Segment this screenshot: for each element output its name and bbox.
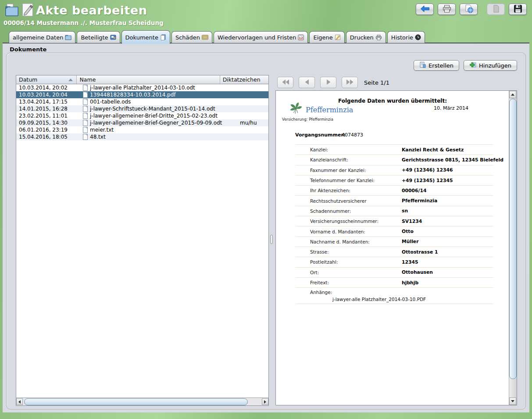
previous-page-icon [303,79,311,86]
publish-button[interactable] [460,4,478,15]
table-row[interactable]: 09.09.2015, 14:30 j-lawyer-allgemeiner-B… [16,119,268,126]
arrow-down-icon [511,400,514,402]
tab-label: allgemeine Daten [13,34,63,41]
tab-label: Historie [391,34,413,41]
previous-page-button[interactable] [299,77,315,88]
tab-label: Eigene [313,34,332,41]
document-globe-icon [464,4,474,14]
tab-schaeden[interactable]: Schäden [171,31,212,43]
tab-eigene[interactable]: Eigene [309,31,344,43]
column-label: Name [79,76,96,83]
tab-bar: allgemeine Daten Beteiligte Dokumente Sc… [9,30,425,43]
pdf-field-row: Ort:Ottohausen [295,267,493,277]
next-page-button[interactable] [320,77,336,88]
table-row[interactable]: 06.01.2016, 23:19 meier.txt [16,126,268,133]
column-label: Diktatzeichen [223,76,261,83]
reference-number-row: Vorgangsnummer: 4074873 [295,132,363,138]
attachment-name: j-lawyer-alle Platzhalter_2014-03-10.PDF [332,297,426,302]
tab-label: Beteiligte [81,34,108,41]
tab-wiedervorlagen-und-fristen[interactable]: Wiedervorlagen und Fristen 12 [214,31,308,43]
split-pane-divider[interactable] [269,75,275,406]
pdf-field-row: Kanzleianschrift:Gerichtsstrasse 0815, 1… [295,154,493,165]
arrow-right-icon [264,400,266,404]
scroll-left-button[interactable] [16,398,23,405]
file-icon [83,120,88,126]
file-icon [83,92,88,98]
pdf-field-row: Freitext:hjbhjb [295,277,493,287]
splitter-grip[interactable] [270,235,273,244]
contacts-icon [110,34,116,40]
file-icon [83,134,88,140]
document-button-disabled[interactable] [487,4,505,15]
hinzufuegen-button[interactable]: Hinzufügen [464,60,517,71]
pdf-field-row: Vorname d. Mandanten:Otto [295,226,493,236]
pdf-viewport: Folgende Daten wurden übermittelt: 10. M… [275,90,517,405]
edit-document-icon [21,3,35,18]
print-icon [442,5,452,14]
tab-label: Dokumente [125,34,158,41]
column-header-name[interactable]: Name [77,75,220,84]
erstellen-button[interactable]: Erstellen [414,60,459,71]
print-button[interactable] [438,4,456,15]
printer-icon [375,35,382,40]
last-page-icon [346,79,354,86]
page-indicator: Seite 1/1 [364,79,389,86]
folder-icon [65,34,71,40]
table-body: 10.03.2014, 20:02 j-lawyer-alle Platzhal… [16,84,268,140]
pdf-field-table: Kanzlei:Kanzlei Recht & Gesetz Kanzleian… [295,144,493,304]
pdf-attachments-row: Anhänge: j-lawyer-alle Platzhalter_2014-… [295,287,493,304]
horizontal-scrollbar-thumb[interactable] [24,398,248,405]
tab-allgemeine-daten[interactable]: allgemeine Daten [9,31,75,43]
pfefferminzia-logo: Pfefferminzia [289,102,353,117]
pdf-field-row: Postleitzahl:12345 [295,257,493,267]
table-row[interactable]: 15.04.2016, 18:05 48.txt [16,133,268,140]
document-icon [492,4,500,14]
column-header-datum[interactable]: Datum [16,75,77,84]
file-icon [83,127,88,133]
pdf-field-row: Faxnummer der Kanzlei:+49 (12346) 12346 [295,165,493,175]
dokumente-panel: Dokumente Erstellen Hinzufügen Datum [3,43,529,412]
first-page-icon [282,79,289,86]
documents-icon [160,34,166,40]
page-title: Akte bearbeiten [36,4,147,17]
window-title-icons [4,3,35,18]
scroll-up-button[interactable] [509,91,516,98]
column-header-diktatzeichen[interactable]: Diktatzeichen [220,75,268,84]
back-button[interactable] [416,4,434,15]
tab-label: Schäden [175,34,200,41]
table-row[interactable]: 13.04.2014, 17:15 001-tabelle.ods [16,98,268,105]
sort-ascending-icon [68,79,73,81]
pdf-date: 10. März 2014 [434,105,468,111]
case-folder-icon [4,3,19,18]
tab-dokumente[interactable]: Dokumente [121,30,170,44]
scroll-right-button[interactable] [262,398,268,405]
table-row[interactable]: 14.01.2015, 16:28 j-lawyer-Schriftstueck… [16,105,268,112]
scroll-down-button[interactable] [509,398,516,405]
document-actions: Erstellen Hinzufügen [414,60,517,71]
next-page-icon [325,79,332,86]
tab-historie[interactable]: Historie [387,31,425,43]
tab-beteiligte[interactable]: Beteiligte [77,31,120,43]
file-icon [83,99,88,105]
column-label: Datum [19,76,37,83]
save-button[interactable] [509,4,527,15]
vertical-scrollbar-thumb[interactable] [509,99,517,379]
first-page-button[interactable] [277,77,293,88]
mint-leaf-icon [289,102,303,117]
table-row[interactable]: 23.02.2015, 11:01 j-lawyer-allgemeiner-B… [16,112,268,119]
pdf-field-row: Ihr Aktenzeichen:00006/14 [295,185,493,195]
table-row-selected[interactable]: 10.03.2014, 20:04 1394481828334-10.03.20… [16,91,268,98]
window-header: Akte bearbeiten 00006/14 Mustermann ./. … [0,0,532,29]
documents-groupbox: Erstellen Hinzufügen Datum Name [6,53,526,409]
file-icon [83,113,88,119]
create-document-icon [419,61,426,69]
tab-drucken[interactable]: Drucken [346,31,386,43]
header-toolbar [416,4,527,15]
table-row[interactable]: 10.03.2014, 20:02 j-lawyer-alle Platzhal… [16,84,268,91]
logo-text: Pfefferminzia [306,106,353,114]
last-page-button[interactable] [342,77,358,88]
calendar-icon: 12 [298,34,304,40]
page-navigation: Seite 1/1 [277,77,389,88]
pdf-field-row: Kanzlei:Kanzlei Recht & Gesetz [295,144,493,154]
document-preview-pane: Seite 1/1 Folgende Daten wurden übermitt… [275,75,518,406]
